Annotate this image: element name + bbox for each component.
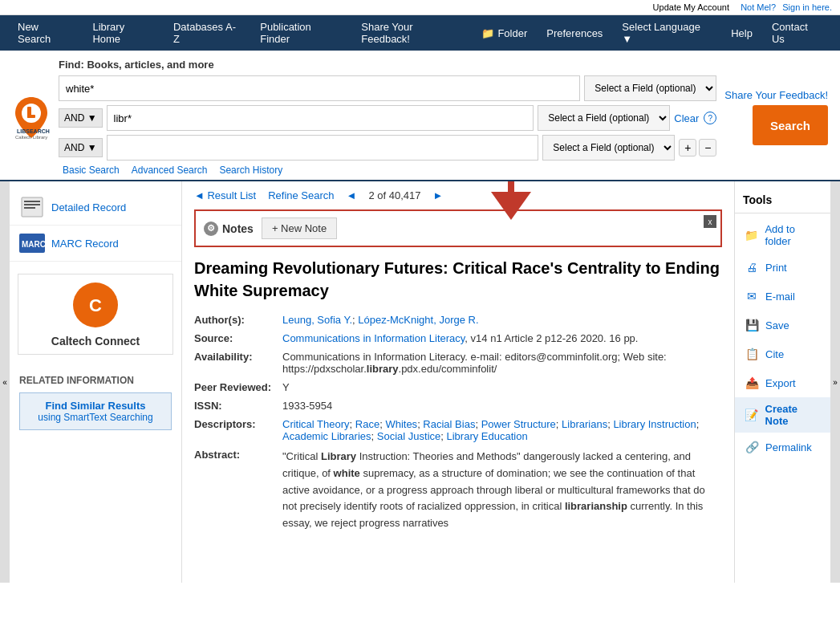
field-select-1[interactable]: Select a Field (optional) [584,75,716,101]
tool-save[interactable]: 💾 Save [735,311,830,339]
tool-print[interactable]: 🖨 Print [735,253,830,282]
basic-search-link[interactable]: Basic Search [63,165,120,176]
nav-prev[interactable]: ◄ [347,189,357,201]
availability-label: Availability: [194,351,282,375]
search-input-2[interactable] [107,105,534,131]
clear-link[interactable]: Clear [674,112,699,124]
tool-add-folder[interactable]: 📁 Add to folder [735,217,830,253]
notes-close-button[interactable]: x [704,215,716,228]
caltech-connect-label: Caltech Connect [51,335,140,348]
find-similar-button[interactable]: Find Similar Results using SmartText Sea… [19,392,172,430]
create-note-label: Create Note [765,403,822,427]
folder-icon: 📁 [481,27,494,39]
left-sidebar: Detailed Record MARC MARC Record C Calte… [10,181,182,583]
refine-search-link[interactable]: Refine Search [268,189,334,201]
nav-new-search[interactable]: New Search [8,15,83,51]
tool-permalink[interactable]: 🔗 Permalink [735,433,830,461]
top-bar: Update My Account Not Mel? Sign in here. [0,0,840,15]
descriptors-label: Descriptors: [194,418,282,442]
tool-email[interactable]: ✉ E-mail [735,282,830,311]
desc-power-structure[interactable]: Power Structure [481,418,556,430]
sign-in-link[interactable]: Sign in here. [782,2,832,12]
caltech-connect-box[interactable]: C Caltech Connect [18,274,173,355]
search-input-3[interactable] [107,135,539,161]
peer-reviewed-value: Y [282,381,722,393]
field-select-3[interactable]: Select a Field (optional) [542,135,675,161]
cite-label: Cite [765,348,784,360]
tool-create-note[interactable]: 📝 Create Note [735,397,830,433]
nav-library-home[interactable]: Library Home [83,15,164,51]
not-mel-link[interactable]: Not Mel? [741,2,776,12]
desc-librarians[interactable]: Librarians [562,418,607,430]
source-label: Source: [194,332,282,344]
author-leung[interactable]: Leung, Sofia Y. [282,314,352,326]
nav-help[interactable]: Help [721,15,762,51]
tool-cite[interactable]: 📋 Cite [735,339,830,368]
advanced-search-link[interactable]: Advanced Search [132,165,208,176]
and-connector-2[interactable]: AND ▼ [59,108,103,128]
tools-header: Tools [735,189,830,213]
authors-row: Author(s): Leung, Sofia Y.; López-McKnig… [194,314,722,326]
nav-preferences[interactable]: Preferences [537,15,612,51]
collapse-left-toggle[interactable]: « [0,181,10,583]
add-row-button[interactable]: + [679,139,696,156]
add-folder-icon: 📁 [743,226,760,244]
abstract-row: Abstract: "Critical Library Instruction:… [194,449,722,532]
search-input-1[interactable] [59,75,580,101]
nav-bar: New Search Library Home Databases A-Z Pu… [0,15,840,51]
issn-value: 1933-5954 [282,400,722,412]
nav-databases[interactable]: Databases A-Z [164,15,250,51]
print-label: Print [765,262,787,274]
desc-critical-theory[interactable]: Critical Theory [282,418,350,430]
add-folder-label: Add to folder [765,223,822,247]
field-select-2[interactable]: Select a Field (optional) [538,105,670,131]
search-history-link[interactable]: Search History [219,165,282,176]
authors-value: Leung, Sofia Y.; López-McKnight, Jorge R… [282,314,722,326]
desc-race[interactable]: Race [355,418,379,430]
export-icon: 📤 [743,374,761,392]
detail-table: Author(s): Leung, Sofia Y.; López-McKnig… [194,314,722,532]
author-lopez[interactable]: López-McKnight, Jorge R. [358,314,478,326]
help-icon[interactable]: ? [704,112,716,124]
search-row-1: Select a Field (optional) [59,75,716,101]
search-button[interactable]: Search [753,105,828,145]
desc-library-instruction[interactable]: Library Instruction [613,418,696,430]
clear-help: Clear ? [674,112,716,124]
right-tools-panel: Tools 📁 Add to folder 🖨 Print ✉ E-mail 💾… [734,181,830,583]
sidebar-item-detailed-record[interactable]: Detailed Record [10,189,181,226]
desc-library-education[interactable]: Library Education [447,430,528,442]
and-connector-3[interactable]: AND ▼ [59,138,103,157]
nav-folder[interactable]: 📁 Folder [472,15,537,51]
nav-contact[interactable]: Contact Us [762,15,832,51]
notes-label: ⚙ Notes [204,222,254,236]
nav-share-feedback[interactable]: Share Your Feedback! [351,15,472,51]
new-note-button[interactable]: + New Note [262,217,337,239]
desc-racial-bias[interactable]: Racial Bias [423,418,475,430]
article-title: Dreaming Revolutionary Futures: Critical… [194,257,722,302]
sidebar-item-marc-record[interactable]: MARC MARC Record [10,226,181,262]
cite-icon: 📋 [743,345,761,363]
nav-language[interactable]: Select Language ▼ [612,15,721,51]
nav-next[interactable]: ► [433,189,444,201]
source-row: Source: Communications in Information Li… [194,332,722,344]
desc-whites[interactable]: Whites [385,418,417,430]
result-count: 2 of 40,417 [368,189,420,201]
export-label: Export [765,377,796,389]
authors-label: Author(s): [194,314,282,326]
marc-record-icon: MARC [19,232,45,254]
nav-pub-finder[interactable]: Publication Finder [250,15,351,51]
abstract-label: Abstract: [194,449,282,532]
logo-area: LIBSEARCH Caltech Library [12,96,51,140]
source-link[interactable]: Communications in Information Literacy [282,332,465,344]
main-layout: « Detailed Record MARC MARC Record [0,181,840,583]
remove-row-button[interactable]: − [699,139,716,156]
result-list-link[interactable]: ◄ Result List [194,189,256,201]
tool-export[interactable]: 📤 Export [735,368,830,397]
save-label: Save [765,319,789,331]
find-label: Find: Books, articles, and more [59,59,716,71]
desc-social-justice[interactable]: Social Justice [377,430,440,442]
desc-academic-libraries[interactable]: Academic Libraries [282,430,371,442]
detailed-record-icon [19,196,45,218]
collapse-right-toggle[interactable]: » [830,181,840,583]
share-feedback-right-link[interactable]: Share Your Feedback! [724,89,828,101]
